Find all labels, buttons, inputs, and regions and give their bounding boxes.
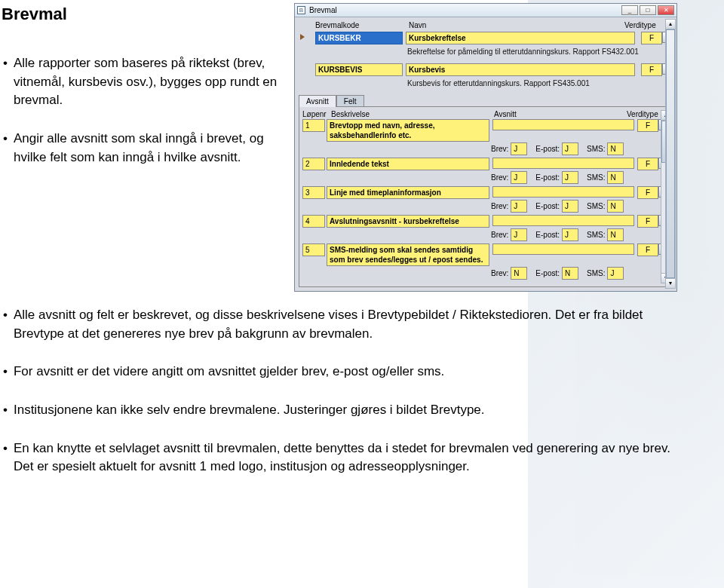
- bullet-item: Alle avsnitt og felt er beskrevet, og di…: [3, 306, 674, 343]
- brev-label: Brev:: [491, 145, 508, 153]
- brev-label: Brev:: [491, 202, 508, 210]
- verditype-field[interactable]: F: [637, 158, 658, 170]
- avsnitt-row[interactable]: 4Avslutningsavsnitt - kursbekreftelseF▾B…: [302, 215, 669, 241]
- brevmal-dialog: B Brevmal _ □ ✕ Brevmalkode Navn Verdity…: [294, 3, 677, 292]
- epost-value[interactable]: J: [562, 142, 578, 155]
- avsnitt-field[interactable]: [492, 186, 634, 198]
- current-row-icon: [299, 32, 314, 42]
- sms-label: SMS:: [587, 145, 605, 153]
- beskrivelse-field[interactable]: Brevtopp med navn, adresse, saksbehandle…: [327, 119, 489, 142]
- col-lopenr: Løpenr: [302, 110, 328, 118]
- maximize-button[interactable]: □: [640, 5, 656, 15]
- tab-felt[interactable]: Felt: [336, 95, 364, 107]
- lopenr-field[interactable]: 4: [302, 215, 325, 228]
- bullets-top: Alle rapporter som baseres på riktekst (…: [3, 54, 282, 186]
- brevmalkode-field[interactable]: KURSBEKR: [315, 32, 403, 44]
- bullet-dot-icon: [3, 363, 8, 381]
- bullet-text: Institusjonene kan ikke selv endre brevm…: [14, 401, 485, 420]
- avsnitt-row[interactable]: 3Linje med timeplaninformasjonF▾Brev:JE-…: [302, 186, 669, 213]
- epost-value[interactable]: J: [562, 200, 578, 213]
- sms-label: SMS:: [587, 231, 605, 239]
- scroll-thumb[interactable]: [666, 29, 675, 278]
- avsnitt-row[interactable]: 2Innledende tekstF▾Brev:JE-post:JSMS:N: [302, 158, 669, 184]
- verditype-field[interactable]: F: [637, 186, 658, 199]
- epost-label: E-post:: [535, 269, 560, 277]
- brev-value[interactable]: J: [511, 200, 527, 213]
- close-button[interactable]: ✕: [658, 5, 674, 15]
- navn-field[interactable]: Kursbekreftelse: [406, 32, 635, 44]
- beskrivelse-field[interactable]: Innledende tekst: [327, 158, 489, 170]
- sms-label: SMS:: [587, 202, 605, 210]
- navn-field[interactable]: Kursbevis: [406, 63, 635, 76]
- verditype-field[interactable]: F: [637, 119, 658, 132]
- col-beskrivelse: Beskrivelse: [331, 110, 491, 118]
- beskrivelse-field[interactable]: Linje med timeplaninformasjon: [327, 186, 489, 199]
- sms-label: SMS:: [587, 269, 605, 277]
- avsnitt-field[interactable]: [492, 119, 634, 130]
- sms-value[interactable]: N: [607, 171, 624, 184]
- beskrivelse-field[interactable]: SMS-melding som skal sendes samtidig som…: [327, 243, 489, 266]
- bullet-text: Alle avsnitt og felt er beskrevet, og di…: [14, 306, 674, 343]
- verditype-field[interactable]: F: [637, 215, 658, 228]
- bullet-item: For avsnitt er det videre angitt om avsn…: [3, 363, 674, 381]
- bullet-text: Alle rapporter som baseres på riktekst (…: [14, 54, 282, 110]
- verditype-field[interactable]: F: [637, 243, 658, 256]
- brev-value[interactable]: N: [511, 267, 527, 280]
- epost-label: E-post:: [535, 173, 560, 182]
- bullet-dot-icon: [3, 306, 8, 343]
- brevmal-row[interactable]: KURSBEVIS Kursbevis F ▾: [299, 62, 673, 78]
- bullet-item: Institusjonene kan ikke selv endre brevm…: [3, 401, 674, 420]
- sms-value[interactable]: N: [607, 142, 624, 155]
- lopenr-field[interactable]: 5: [302, 243, 325, 256]
- bullet-item: Alle rapporter som baseres på riktekst (…: [3, 54, 282, 110]
- brevmalkode-field[interactable]: KURSBEVIS: [315, 63, 403, 76]
- scroll-up-icon[interactable]: ▴: [666, 20, 675, 29]
- epost-value[interactable]: N: [562, 267, 578, 280]
- window-icon: B: [297, 6, 305, 14]
- lopenr-field[interactable]: 3: [302, 186, 325, 199]
- sms-value[interactable]: N: [607, 228, 624, 241]
- verditype-field[interactable]: F: [641, 63, 662, 76]
- dialog-scrollbar[interactable]: ▴ ▾: [665, 19, 676, 289]
- brevmal-row[interactable]: KURSBEKR Kursbekreftelse F ▾: [299, 30, 673, 46]
- bullet-dot-icon: [3, 54, 8, 110]
- epost-label: E-post:: [535, 231, 560, 239]
- minimize-button[interactable]: _: [621, 5, 638, 15]
- avsnitt-row[interactable]: 1Brevtopp med navn, adresse, saksbehandl…: [302, 119, 669, 155]
- col-brevmalkode: Brevmalkode: [315, 21, 404, 29]
- epost-value[interactable]: J: [562, 171, 578, 184]
- avsnitt-field[interactable]: [492, 215, 634, 226]
- verditype-field[interactable]: F: [641, 32, 662, 44]
- col-avsnitt: Avsnitt: [494, 110, 624, 118]
- sms-label: SMS:: [587, 173, 605, 182]
- avsnitt-field[interactable]: [492, 243, 634, 255]
- dialog-titlebar[interactable]: B Brevmal _ □ ✕: [295, 4, 676, 17]
- brev-value[interactable]: J: [511, 228, 527, 241]
- beskrivelse-field[interactable]: Avslutningsavsnitt - kursbekreftelse: [327, 215, 489, 228]
- bullet-dot-icon: [3, 439, 8, 476]
- sms-value[interactable]: N: [607, 200, 624, 213]
- row-indent-icon: [299, 63, 314, 74]
- brev-label: Brev:: [491, 173, 508, 182]
- epost-label: E-post:: [535, 145, 560, 153]
- bullets-bottom: Alle avsnitt og felt er beskrevet, og di…: [3, 306, 674, 496]
- avsnitt-field[interactable]: [492, 158, 634, 169]
- brev-value[interactable]: J: [511, 142, 527, 155]
- avsnitt-row[interactable]: 5SMS-melding som skal sendes samtidig so…: [302, 243, 669, 280]
- brev-value[interactable]: J: [511, 171, 527, 184]
- epost-value[interactable]: J: [562, 228, 578, 241]
- bullet-text: Angir alle avsnitt som skal inngå i brev…: [14, 130, 282, 167]
- scroll-down-icon[interactable]: ▾: [666, 278, 675, 288]
- bullet-text: En kan knytte et selvlaget avsnitt til b…: [14, 439, 674, 476]
- epost-label: E-post:: [535, 202, 560, 210]
- brevmal-description: Kursbevis for etterutdanningskurs. Rappo…: [407, 78, 673, 93]
- tab-avsnitt[interactable]: Avsnitt: [299, 95, 336, 107]
- lopenr-field[interactable]: 1: [302, 119, 325, 132]
- avsnitt-panel: Løpenr Beskrivelse Avsnitt Verditype 1Br…: [299, 106, 673, 287]
- bullet-dot-icon: [3, 130, 8, 167]
- bullet-item: Angir alle avsnitt som skal inngå i brev…: [3, 130, 282, 167]
- lopenr-field[interactable]: 2: [302, 158, 325, 170]
- bullet-dot-icon: [3, 401, 8, 420]
- col-navn: Navn: [409, 21, 620, 29]
- sms-value[interactable]: J: [607, 267, 624, 280]
